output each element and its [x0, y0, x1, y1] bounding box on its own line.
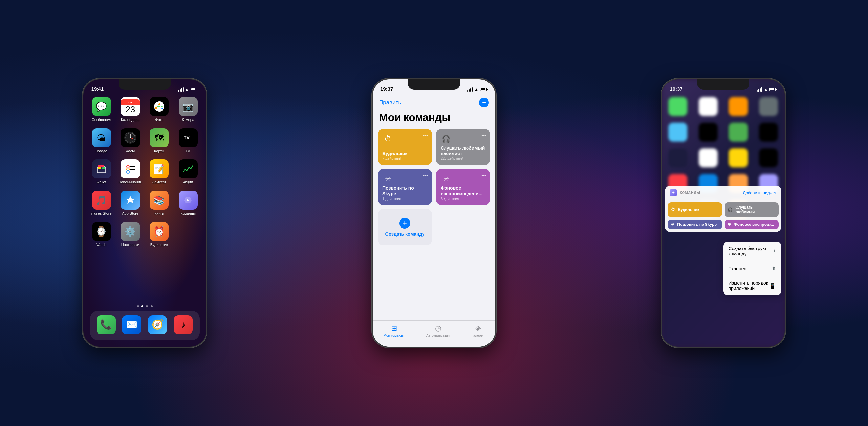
widget-shortcuts-grid: ⏱ Будильник 🎧 Слушать любимый... ✳ Позво…: [665, 200, 781, 232]
widget-add-button[interactable]: Добавить виджет: [743, 190, 777, 195]
page-dots: [83, 305, 206, 307]
my-shortcuts-label: Мои команды: [384, 334, 404, 337]
widget-skype[interactable]: ✳ Позвонить по Skype: [668, 220, 722, 229]
bgplay-menu-dots[interactable]: •••: [481, 173, 486, 178]
phone1-screen: 19:41 ▲: [83, 79, 206, 347]
app-shortcuts[interactable]: Команды: [177, 191, 199, 215]
status-bar-1: 19:41 ▲: [83, 79, 206, 94]
context-reorder[interactable]: Изменить порядок приложений 📱: [723, 276, 781, 295]
gallery-label: Галерея: [472, 334, 484, 337]
create-shortcut-icon: +: [773, 248, 776, 254]
dock-phone[interactable]: 📞: [96, 315, 116, 336]
create-plus-icon[interactable]: +: [399, 218, 410, 229]
app-wallet[interactable]: Wallet: [90, 160, 113, 184]
context-create-shortcut[interactable]: Создать быструю команду +: [723, 242, 781, 261]
dock-safari[interactable]: 🧭: [148, 315, 167, 336]
gallery-icon-ctx: ⬆: [772, 265, 776, 272]
add-button[interactable]: +: [479, 97, 489, 108]
alarm-sc-actions: 7 действий: [382, 157, 428, 161]
status-bar-3: 19:37 ▲: [662, 79, 785, 94]
signal-icon-3: [757, 87, 762, 92]
shortcut-skype[interactable]: ✳ ••• Позвонить по Skype 1 действие: [378, 169, 432, 205]
widget-alarm-icon: ⏱: [671, 207, 675, 212]
reminders-icon: [121, 160, 140, 178]
widget-playlist-icon: 🎧: [728, 207, 733, 212]
phone-3: 19:37 ▲: [661, 78, 785, 348]
dock-mail[interactable]: ✉️: [122, 315, 141, 336]
tab-my-shortcuts[interactable]: ⊞ Мои команды: [384, 324, 404, 337]
phone3-screen: 19:37 ▲: [662, 79, 785, 347]
tab-automation[interactable]: ◷ Автоматизация: [427, 324, 450, 337]
app-clock[interactable]: Часы: [119, 128, 142, 153]
phone-1: 19:41 ▲: [83, 78, 207, 348]
app-notes[interactable]: 📝 Заметки: [148, 160, 171, 184]
app-maps[interactable]: 🗺 Карты: [148, 128, 171, 153]
status-bar-2: 19:37 ▲: [373, 79, 495, 94]
maps-icon: 🗺: [150, 128, 169, 147]
playlist-menu-dots[interactable]: •••: [481, 133, 486, 138]
app-appstore[interactable]: App Store: [119, 191, 142, 215]
time-3: 19:37: [670, 86, 682, 92]
app-row-2: 🌤 Погода Час: [90, 128, 199, 153]
context-menu: Создать быструю команду + Галерея ⬆ Изме…: [723, 242, 781, 295]
widget-alarm[interactable]: ⏱ Будильник: [668, 202, 722, 217]
cal-num: 23: [125, 105, 135, 114]
app-photos[interactable]: Фото: [148, 97, 171, 122]
appstore-icon: [121, 191, 140, 210]
dot-2: [142, 305, 144, 307]
photos-icon: [150, 97, 169, 116]
tv-icon: TV: [179, 128, 198, 147]
app-weather[interactable]: 🌤 Погода: [90, 128, 113, 153]
camera-label: Камера: [182, 118, 194, 122]
itunes-label: iTunes Store: [91, 211, 112, 215]
skype-menu-dots[interactable]: •••: [423, 173, 428, 178]
weather-label: Погода: [96, 149, 107, 153]
alarm-sc-name: Будильник: [382, 151, 428, 157]
widget-playlist[interactable]: 🎧 Слушать любимый...: [724, 202, 779, 217]
alarm-menu-dots[interactable]: •••: [423, 133, 428, 138]
context-gallery[interactable]: Галерея ⬆: [723, 261, 781, 276]
dock-music[interactable]: ♪: [174, 315, 193, 336]
app-itunes[interactable]: 🎵 iTunes Store: [90, 191, 113, 215]
dot-3: [146, 305, 148, 307]
shortcut-create[interactable]: + Создать команду: [378, 209, 432, 245]
app-placeholder: [177, 222, 199, 247]
app-alarm[interactable]: ⏰ Будильник: [148, 222, 171, 247]
status-icons-1: ▲: [178, 87, 198, 92]
bgplay-sc-actions: 3 действия: [440, 197, 486, 200]
app-stocks[interactable]: Акции: [177, 160, 199, 184]
app-books[interactable]: 📚 Книги: [148, 191, 171, 215]
gallery-icon: ◈: [475, 324, 481, 333]
messages-icon: 💬: [92, 97, 111, 116]
app-messages[interactable]: 💬 Сообщения: [90, 97, 113, 122]
widget-bgplay[interactable]: ✳ Фоновое воспроиз...: [724, 220, 779, 229]
battery-icon-3: [769, 88, 777, 91]
wifi-icon-2: ▲: [474, 87, 478, 92]
iphone-frame-3: 19:37 ▲: [661, 78, 785, 348]
shortcuts-label: Команды: [180, 211, 196, 215]
tab-gallery[interactable]: ◈ Галерея: [472, 324, 484, 337]
create-shortcut-label: Создать быструю команду: [728, 246, 773, 256]
playlist-sc-name: Слушать любимый плейлист: [440, 145, 486, 157]
settings-label: Настройки: [121, 243, 139, 247]
svg-point-12: [127, 165, 129, 168]
shortcut-alarm[interactable]: ⏱ ••• Будильник 7 действий: [378, 129, 432, 165]
edit-button[interactable]: Править: [379, 99, 401, 106]
time-1: 19:41: [91, 86, 104, 92]
skype-sc-icon: ✳: [382, 174, 394, 185]
skype-sc-actions: 1 действие: [382, 197, 428, 200]
shortcut-playlist[interactable]: 🎧 ••• Слушать любимый плейлист 220 дейст…: [436, 129, 490, 165]
svg-text:TV: TV: [184, 135, 190, 140]
app-reminders[interactable]: Напоминания: [119, 160, 142, 184]
app-tv[interactable]: TV TV: [177, 128, 199, 153]
dock-mail-icon: ✉️: [122, 315, 141, 334]
battery-icon: [191, 88, 198, 91]
bgplay-sc-name: Фоновое воспроизведени...: [440, 186, 486, 197]
watch-icon: ⌚: [92, 222, 111, 241]
books-label: Книги: [154, 211, 164, 215]
app-settings[interactable]: ⚙️ Настройки: [119, 222, 142, 247]
app-calendar[interactable]: Пн 23 Календарь: [119, 97, 142, 122]
app-camera[interactable]: 📷 Камера: [177, 97, 199, 122]
app-watch[interactable]: ⌚ Watch: [90, 222, 113, 247]
shortcut-bgplay[interactable]: ✳ ••• Фоновое воспроизведени... 3 действ…: [436, 169, 490, 205]
